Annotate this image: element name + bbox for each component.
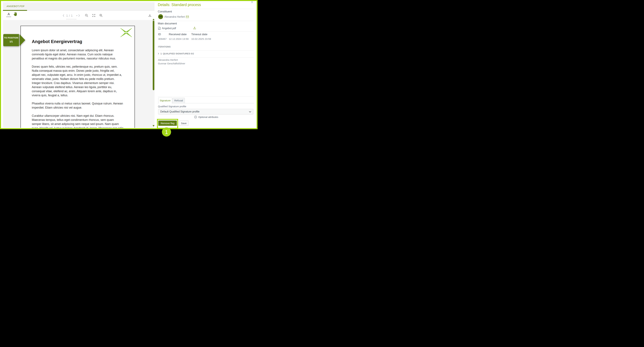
viewer-tabbar: ANGEBOT.PDF [3, 2, 154, 11]
company-logo-icon [120, 28, 132, 37]
scrollbar-thumb[interactable] [153, 21, 154, 90]
text-tool-underline [6, 16, 11, 17]
main-document-filename: Angebot.pdf [162, 27, 176, 30]
chevron-down-icon [249, 111, 251, 112]
download-document-button[interactable] [148, 14, 152, 17]
zoom-out-icon [85, 14, 88, 17]
next-page-button[interactable] [78, 14, 80, 17]
tab-strip-border [158, 103, 254, 103]
position-marker-label: TO POSITION [3, 36, 19, 39]
fit-to-screen-button[interactable] [92, 14, 96, 17]
app-window: ANGEBOT.PDF A 1 / 1 ▼ [0, 0, 258, 129]
panel-title: Details: Standard process [158, 2, 201, 7]
svg-text:PDF: PDF [158, 28, 160, 29]
pdf-page: Angebot Energievertrag Lorem ipsum dolor… [20, 26, 135, 128]
pdf-file-icon: PDF [158, 27, 160, 30]
constituent-name: Alexandra Herfert [164, 15, 185, 18]
avatar: AH [158, 14, 163, 19]
text-tool-icon: A [6, 12, 11, 16]
zoom-out-button[interactable] [85, 14, 88, 17]
meta-header-timeout: Timeout date [191, 33, 208, 36]
document-paragraph: Curabitur ullamcorper ultricies nisi. Na… [32, 114, 124, 128]
chevron-right-icon [158, 52, 159, 55]
chevron-right-icon [79, 14, 80, 17]
hand-icon [13, 12, 17, 16]
document-paragraph: Phasellus viverra nulla ut metus varius … [32, 101, 124, 110]
meta-value-timeout: 10.02.2025 23:59 [191, 37, 211, 40]
signer-name: Alexandra Herfert [158, 58, 178, 61]
divider [158, 96, 254, 97]
divider [158, 50, 254, 51]
divider [158, 21, 254, 21]
optional-attributes-toggle[interactable]: Optional attributes [158, 116, 255, 118]
screenshot-stage: ANGEBOT.PDF A 1 / 1 ▼ [0, 0, 258, 139]
divider [158, 57, 254, 58]
optional-attributes-label: Optional attributes [198, 116, 218, 118]
expand-icon [92, 14, 95, 17]
circle-chevron-up-icon [194, 116, 197, 118]
document-paragraph: Donec quam felis, ultricies nec, pellent… [32, 65, 124, 97]
qualified-signature-profile-label: Qualified Signature profile [158, 105, 186, 108]
zoom-in-button[interactable] [99, 14, 103, 17]
previous-page-button[interactable] [62, 14, 64, 17]
constituent-name-row: Alexandra Herfert [164, 15, 189, 18]
signer-name: Gunnar Geschäftsführer [158, 62, 185, 65]
divider [158, 9, 254, 9]
scrollbar-up-arrow[interactable] [152, 19, 154, 20]
main-document-file-link[interactable]: PDF Angebot.pdf [158, 27, 176, 30]
meta-value-id: 309467 [158, 37, 167, 40]
divider [158, 31, 254, 32]
chevron-left-icon [63, 14, 64, 17]
page-caret-down-icon[interactable]: ▼ [76, 15, 78, 16]
details-panel: Details: Standard process × Constituent … [158, 1, 255, 129]
download-icon [194, 27, 196, 29]
download-file-button[interactable] [193, 26, 196, 30]
iterations-heading: ITERATIONS [158, 46, 170, 48]
document-paragraph: Lorem ipsum dolor sit amet, consectetuer… [32, 48, 124, 61]
position-marker-page: 1/1 [3, 40, 19, 43]
document-tab[interactable]: ANGEBOT.PDF [6, 5, 24, 7]
document-body-text: Lorem ipsum dolor sit amet, consectetuer… [32, 48, 124, 128]
position-marker-shape [3, 34, 25, 46]
iteration-label: 1: QUALIFIED SIGNATURES 0/2 [160, 52, 194, 55]
meta-header-received: Received date [169, 33, 187, 36]
close-icon[interactable]: × [251, 0, 253, 4]
text-select-tool-button[interactable]: A [6, 12, 11, 17]
main-document-heading: Main document [158, 22, 177, 25]
document-title: Angebot Energievertrag [32, 39, 82, 44]
meta-value-received: 12.12.2024 13:59 [169, 37, 188, 40]
annotation-step-badge: 1 [162, 127, 171, 137]
scrollbar-down-arrow[interactable] [152, 125, 154, 127]
tab-signature[interactable]: Signature [158, 97, 172, 103]
meta-header-id: ID [158, 33, 161, 36]
viewer-tabbar-background [3, 2, 154, 10]
page-number-control[interactable]: 1 / 1 [66, 14, 73, 17]
iteration-expand-row[interactable]: 1: QUALIFIED SIGNATURES 0/2 [158, 52, 194, 55]
page-number-dotted-underline [66, 19, 76, 19]
document-scroll-area: Angebot Energievertrag Lorem ipsum dolor… [3, 20, 154, 128]
zoom-in-icon [100, 14, 102, 17]
annotation-highlight-box [157, 119, 178, 129]
download-icon [149, 14, 151, 17]
signature-profile-selected-value: Default Qualified Signature profile [160, 110, 249, 113]
viewer-toolbar: A 1 / 1 ▼ [3, 11, 154, 20]
pan-tool-button[interactable] [13, 12, 17, 17]
constituent-heading: Constituent [158, 10, 172, 13]
signature-profile-select[interactable]: Default Qualified Signature profile [158, 109, 253, 114]
mail-icon[interactable] [186, 16, 189, 18]
pdf-viewer: ANGEBOT.PDF A 1 / 1 ▼ [3, 2, 154, 128]
to-position-marker[interactable]: TO POSITION 1/1 [3, 34, 25, 46]
save-button[interactable]: Save [179, 120, 188, 126]
tab-refusal[interactable]: Refusal [172, 98, 185, 103]
